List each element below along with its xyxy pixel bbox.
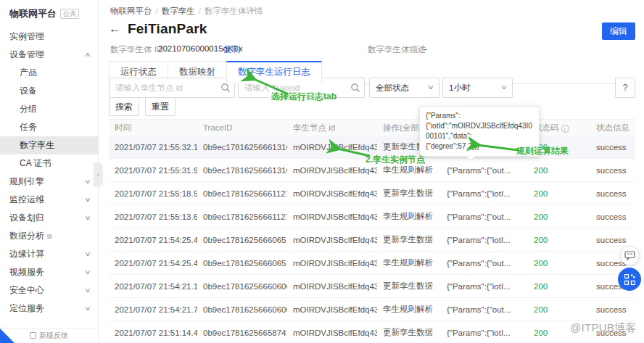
cell-status-code: 200 (528, 189, 590, 198)
cell-status-info: success (590, 189, 635, 198)
cell-time: 2021/07/07 21:55:13.632 (109, 212, 197, 221)
cell-status-code: 200 (528, 236, 590, 244)
chevron-down-icon: ∨ (84, 173, 91, 191)
sidebar-item-group[interactable]: 分组 (0, 100, 98, 118)
cell-time: 2021/07/07 21:51:14.409 (109, 328, 197, 337)
cell-content[interactable]: {"Params":{"iotI... (441, 236, 528, 244)
cell-node-id: mOIRDVJISBclfEfdq43I0001... (287, 143, 377, 152)
cell-status-info: success (590, 143, 635, 152)
sidebar-item-instance-management[interactable]: 实例管理 (0, 28, 98, 46)
sidebar-item-edge-computing[interactable]: 边缘计算∨ (0, 245, 98, 263)
feedback-bubble-button[interactable] (620, 246, 640, 265)
sidebar-logo-text: 物联网平台 (9, 8, 57, 19)
sidebar-item-device-management[interactable]: 设备管理∧ (0, 46, 98, 64)
qr-code-icon (624, 274, 635, 285)
cell-traceid: 0b9ec17816256661316951... (197, 143, 287, 152)
sidebar-item-label: 产品 (20, 67, 37, 78)
sidebar-item-rule-engine[interactable]: 规则引擎∨ (0, 173, 98, 191)
status-filter-select[interactable]: 全部状态 ∨ (369, 78, 439, 98)
breadcrumb: 物联网平台/数字孪生/数字孪生体详情 (110, 6, 263, 17)
sidebar-item-device[interactable]: 设备 (0, 82, 98, 100)
sidebar-item-location-service[interactable]: 定位服务∨ (0, 299, 98, 318)
edit-button[interactable]: 编辑 (602, 22, 635, 40)
cell-content[interactable]: {"Params":{"out... (441, 212, 528, 221)
sidebar-item-security-center[interactable]: 安全中心∨ (0, 281, 98, 299)
sidebar-item-digital-twin[interactable]: 数字孪生 (0, 136, 98, 154)
sidebar-item-video-service[interactable]: 视频服务∨ (0, 263, 98, 281)
chevron-down-icon: ∨ (84, 191, 91, 209)
cell-traceid: 0b9ec178162566611275717... (197, 212, 287, 221)
sidebar-item-task[interactable]: 任务 (0, 118, 98, 136)
table-row[interactable]: 2021/07/07 21:55:18.531 0b9ec17816256661… (109, 182, 635, 205)
sidebar-item-label: 监控运维 (9, 194, 44, 204)
sidebar-item-label: 分组 (20, 104, 37, 114)
table-row[interactable]: 2021/07/07 21:54:21.75 0b9ec178162566606… (109, 298, 635, 321)
sidebar-item-device-assignment[interactable]: 设备划归∨ (0, 209, 98, 227)
table-header: 时间 TraceID 孪生节点 id 操作(全部) 状态码i 状态信息 (109, 119, 635, 136)
cell-content[interactable]: {"Params":{"iotI... (441, 189, 528, 198)
title-row: ← FeiTianPark (109, 21, 207, 37)
cell-status-code: 200 (528, 259, 590, 268)
table-row[interactable]: 2021/07/07 21:54:25.467 0b9ec17816256660… (109, 252, 635, 275)
reset-button[interactable]: 重置 (145, 97, 176, 116)
sidebar-item-monitor-ops[interactable]: 监控运维∨ (0, 191, 98, 209)
cell-content[interactable]: {"Params":{"iotI... (441, 282, 528, 291)
cell-operation: 更新孪生数据 (377, 188, 441, 199)
twin-node-id-input[interactable] (109, 78, 235, 98)
sidebar-item-label: 设备 (20, 86, 37, 96)
breadcrumb-separator: / (156, 7, 158, 15)
sidebar-item-product[interactable]: 产品 (0, 64, 98, 82)
feedback-link[interactable]: 新版反馈 (0, 328, 98, 343)
cell-node-id: mOIRDVJISBclfEfdq43I0001... (287, 189, 377, 198)
search-button[interactable]: 搜索 (109, 97, 139, 116)
cell-operation: 孪生规则解析 (377, 257, 441, 268)
cell-operation: 孪生规则解析 (377, 165, 441, 175)
sidebar-item-label: CA 证书 (20, 158, 51, 168)
cell-time: 2021/07/07 21:54:21.75 (109, 305, 197, 314)
sidebar-collapse-handle[interactable]: ‹ (94, 162, 103, 187)
tab-run-log[interactable]: 数字孪生运行日志 (226, 61, 322, 83)
info-icon[interactable]: i (561, 125, 569, 133)
cell-content[interactable]: {"Params":{"out... (441, 259, 528, 268)
cell-node-id: mOIRDVJISBclfEfdq43I0001... (287, 236, 377, 244)
back-arrow-icon[interactable]: ← (109, 22, 121, 36)
breadcrumb-item[interactable]: 物联网平台 (110, 7, 152, 15)
cell-operation: 更新孪生数据 (377, 327, 441, 338)
breadcrumb-item-current: 数字孪生体详情 (205, 7, 263, 15)
cell-traceid: 0b9ec17816256661316951... (197, 166, 287, 175)
cell-content[interactable]: {"Params":{"out... (441, 166, 528, 175)
sidebar-item-label: 安全中心 (9, 285, 44, 295)
annotation-rule-result: 规则运算结果 (516, 145, 569, 157)
cell-content[interactable]: {"Params":{"iotI... (441, 328, 528, 337)
table-row[interactable]: 2021/07/07 21:54:25.499 0b9ec17816256660… (109, 228, 635, 252)
sidebar-header: 物联网平台公共 (0, 0, 98, 25)
corner-ribbon (0, 328, 15, 343)
cell-time: 2021/07/07 21:54:25.499 (109, 236, 197, 244)
cell-node-id: mOIRDVJISBclfEfdq43I0001... (287, 282, 377, 291)
table-row[interactable]: 2021/07/07 21:51:14.409 0b9ec17816256658… (109, 321, 635, 343)
col-node-id: 孪生节点 id (287, 123, 377, 133)
qr-code-button[interactable] (618, 268, 641, 291)
table-row[interactable]: 2021/07/07 21:54:21.117 0b9ec17816256660… (109, 275, 635, 298)
table-row[interactable]: 2021/07/07 21:55:13.632 0b9ec17816256661… (109, 205, 635, 228)
page-title: FeiTianPark (128, 21, 207, 37)
cell-status-info: success (590, 305, 635, 314)
breadcrumb-item[interactable]: 数字孪生 (162, 7, 195, 15)
help-button[interactable]: ? (615, 78, 635, 98)
cell-content[interactable]: {"Params":{"out... (441, 305, 528, 314)
cell-status-code: 200 (528, 282, 590, 291)
time-range-value: 1小时 (449, 83, 470, 92)
cell-operation: 更新孪生数据 (377, 234, 441, 245)
sidebar: 物联网平台公共 实例管理 设备管理∧ 产品 设备 分组 任务 数字孪生 CA 证… (0, 0, 99, 343)
comment-icon (624, 251, 635, 260)
sidebar-item-data-analytics[interactable]: 数据分析⧉ (0, 227, 98, 245)
chevron-down-icon: ∨ (84, 263, 91, 281)
cell-time: 2021/07/07 21:55:32.10 (109, 143, 197, 152)
sidebar-item-label: 视频服务 (9, 267, 44, 277)
time-range-select[interactable]: 1小时 ∨ (442, 78, 513, 98)
cell-traceid: 0b9ec17816256658741031... (197, 328, 287, 337)
external-link-icon: ⧉ (47, 233, 51, 240)
sidebar-item-ca-cert[interactable]: CA 证书 (0, 154, 98, 173)
copy-link[interactable]: 复制 (223, 44, 240, 55)
cell-node-id: mOIRDVJISBclfEfdq43I0001... (287, 259, 377, 268)
